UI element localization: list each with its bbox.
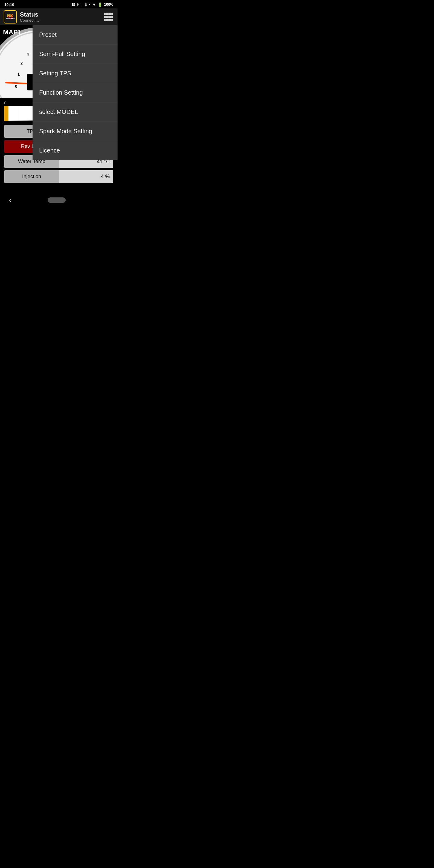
dropdown-menu: Preset Semi-Full Setting Setting TPS Fun… (33, 25, 118, 160)
header-text: Status Connecti… (20, 11, 103, 23)
dropdown-item-selectmodel[interactable]: select MODEL (33, 102, 118, 122)
gauge-num-0: 0 (15, 84, 17, 89)
map-label: MAP1 (3, 28, 22, 36)
battery-percent: 100% (104, 2, 113, 7)
dropdown-item-sparkmode[interactable]: Spark Mode Setting (33, 122, 118, 141)
status-right: 🖼 P ↑ ⊕ • ▼ 🔋 100% (72, 2, 113, 7)
tps-label-0: 0 (4, 101, 6, 105)
injection-row: Injection 4 % (4, 170, 113, 183)
notification-icons: 🖼 P ↑ ⊕ • (72, 2, 90, 7)
gauge-num-1: 1 (18, 72, 20, 76)
app-header: ↺ PRO Sem·Full Status Connecti… (0, 8, 118, 25)
grid-icon (104, 13, 113, 21)
header-title: Status (20, 11, 103, 18)
back-button[interactable]: ‹ (9, 196, 11, 204)
nav-pill (48, 197, 66, 203)
battery-icon: 🔋 (98, 2, 102, 7)
dropdown-item-preset[interactable]: Preset (33, 25, 118, 44)
dropdown-item-semifull[interactable]: Semi-Full Setting (33, 44, 118, 64)
grid-menu-button[interactable] (103, 11, 114, 22)
status-time: 10:19 (4, 2, 14, 7)
gauge-num-2: 2 (21, 61, 23, 65)
dropdown-item-licence[interactable]: Licence (33, 141, 118, 160)
dropdown-item-functionsetting[interactable]: Function Setting (33, 83, 118, 102)
wifi-icon: ▼ (92, 2, 96, 7)
nav-bar: ‹ (0, 193, 118, 208)
gauge-num-3: 3 (27, 52, 29, 56)
dropdown-item-settingtps[interactable]: Setting TPS (33, 64, 118, 83)
app-logo: ↺ PRO Sem·Full (4, 10, 17, 24)
header-subtitle: Connecti… (20, 18, 103, 23)
status-bar: 10:19 🖼 P ↑ ⊕ • ▼ 🔋 100% (0, 0, 118, 8)
logo-line2: Sem·Full (6, 18, 14, 20)
logo-line1: PRO (6, 14, 14, 18)
injection-row-value: 4 % (59, 170, 113, 183)
injection-row-label: Injection (4, 170, 59, 183)
